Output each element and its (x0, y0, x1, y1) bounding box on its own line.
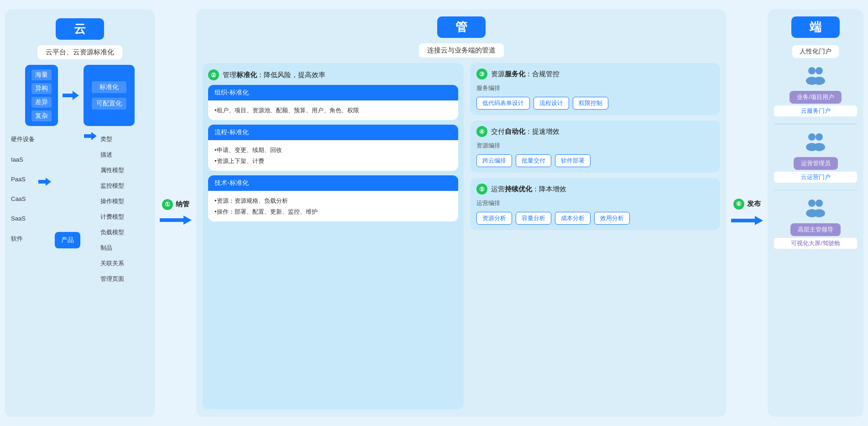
model-mgmt: 管理页面 (100, 275, 124, 283)
main-container: 云 云平台、云资源标准化 海量 异构 差异 复杂 标准化 可配置化 硬件设备 I… (0, 0, 868, 426)
naguan-arrow-svg (160, 215, 192, 226)
manage-left-header: ② 管理标准化：降低风险，提高效率 (208, 69, 458, 80)
end-title: 端 (791, 16, 840, 38)
ops-num: ⑤ (476, 184, 487, 195)
model-desc: 描述 (100, 151, 124, 159)
model-monitor: 监控模型 (100, 182, 124, 190)
cloud-tag-standardize: 标准化 (92, 81, 126, 93)
delivery-sub-label: 资源编排 (476, 142, 714, 150)
model-rel: 关联关系 (100, 259, 124, 268)
resource-num: ③ (476, 68, 487, 79)
user-card-ops: 运营管理员 云运营门户 (774, 131, 857, 183)
divider-2 (774, 190, 857, 190)
naguan-num: ① (162, 199, 173, 210)
delivery-auto-card: ④ 交付自动化：提速增效 资源编排 跨云编排 批量交付 软件部署 (470, 121, 720, 173)
cloud-section: 云 云平台、云资源标准化 海量 异构 差异 复杂 标准化 可配置化 硬件设备 I… (5, 9, 155, 417)
manage-inner: ② 管理标准化：降低风险，提高效率 组织-标准化 •租户、项目、资源池、配额、预… (203, 63, 720, 410)
ops-header: ⑤ 运营持续优化：降本增效 (476, 184, 714, 195)
org-card-header: 组织-标准化 (208, 85, 458, 100)
cloud-right-box: 标准化 可配置化 (84, 65, 135, 126)
svg-marker-3 (160, 216, 192, 225)
tag-batch: 批量交付 (516, 154, 551, 167)
svg-point-13 (808, 200, 816, 207)
hw-item-software: 软件 (11, 235, 35, 243)
cloud-left-box: 海量 异构 差异 复杂 (25, 65, 58, 126)
cloud-bottom: 硬件设备 IaaS PaaS CaaS SaaS 软件 产品 类型 描述 属性模… (11, 131, 149, 283)
resource-service-card: ③ 资源服务化：合规管控 服务编排 低代码表单设计 流程设计 权限控制 (470, 63, 720, 115)
flow-card-header: 流程-标准化 (208, 125, 458, 140)
org-card-body: •租户、项目、资源池、配额、预算、用户、角色、权限 (208, 100, 458, 120)
product-box: 产品 (55, 232, 80, 248)
naguan-label: ① 纳管 (162, 199, 189, 210)
manage-subtitle: 连接云与业务端的管道 (419, 43, 504, 58)
tag-flow: 流程设计 (533, 97, 569, 110)
cloud-arrow (63, 65, 79, 126)
model-product: 制品 (100, 244, 124, 252)
hw-item-iaas: IaaS (11, 156, 35, 163)
model-attr: 属性模型 (100, 166, 124, 174)
svg-marker-2 (84, 132, 97, 140)
tag-perm: 权限控制 (573, 97, 608, 110)
tag-deploy: 软件部署 (555, 154, 591, 167)
ops-optimize-card: ⑤ 运营持续优化：降本增效 运营编排 资源分析 容量分析 成本分析 效用分析 (470, 178, 720, 230)
arrow-publish: ⑥ 发布 (731, 199, 763, 228)
user-card-business: 业务/项目用户 云服务门户 (774, 65, 857, 116)
svg-point-8 (813, 77, 825, 85)
cloud-title: 云 (56, 18, 104, 40)
manage-right: ③ 资源服务化：合规管控 服务编排 低代码表单设计 流程设计 权限控制 ④ 交付… (470, 63, 720, 410)
leader-user-label: 高层主管领导 (790, 223, 841, 236)
tech-card-header: 技术-标准化 (208, 175, 458, 191)
svg-point-6 (816, 67, 823, 74)
ops-sub-label: 运营编排 (476, 199, 714, 207)
manage-left-title: 管理标准化：降低风险，提高效率 (223, 71, 325, 79)
end-section: 端 人性化门户 业务/项目用户 云服务门户 (768, 9, 863, 417)
publish-num: ⑥ (733, 199, 744, 210)
cloud-tag-fuza: 复杂 (31, 110, 52, 121)
hardware-list: 硬件设备 IaaS PaaS CaaS SaaS 软件 (11, 131, 35, 243)
svg-point-16 (813, 209, 825, 217)
user-card-leader: 高层主管领导 可视化大屏/驾驶舱 (774, 198, 857, 249)
ops-title: 运营持续优化：降本增效 (491, 185, 566, 194)
cloud-tag-haoliang: 海量 (31, 69, 52, 80)
model-list: 类型 描述 属性模型 监控模型 操作模型 计费模型 负载模型 制品 关联关系 管… (100, 131, 124, 283)
svg-point-9 (808, 133, 816, 141)
manage-left-num: ② (208, 69, 219, 80)
publish-text: 发布 (747, 200, 761, 208)
service-sub-label: 服务编排 (476, 84, 714, 92)
manage-section: 管 连接云与业务端的管道 ② 管理标准化：降低风险，提高效率 组织-标准化 •租… (196, 9, 727, 417)
business-user-label: 业务/项目用户 (790, 91, 842, 104)
publish-label: ⑥ 发布 (733, 199, 761, 210)
cloud-subtitle: 云平台、云资源标准化 (37, 45, 122, 59)
leader-user-icon (805, 198, 826, 221)
model-fee: 计费模型 (100, 213, 124, 221)
org-card: 组织-标准化 •租户、项目、资源池、配额、预算、用户、角色、权限 (208, 85, 458, 120)
end-subtitle: 人性化门户 (792, 45, 839, 58)
tech-card-body: •资源：资源规格、负载分析•操作：部署、配置、更新、监控、维护 (208, 191, 458, 221)
delivery-header: ④ 交付自动化：提速增效 (476, 126, 714, 137)
cloud-top-boxes: 海量 异构 差异 复杂 标准化 可配置化 (11, 65, 149, 126)
business-user-icon (805, 65, 826, 89)
model-type: 类型 (100, 135, 124, 143)
tag-capacity: 容量分析 (516, 212, 551, 225)
cloud-tag-chayi: 差异 (31, 97, 52, 108)
resource-title: 资源服务化：合规管控 (491, 70, 559, 79)
tag-crosscloud: 跨云编排 (476, 154, 512, 167)
flow-card-body: •申请、变更、续期、回收•资源上下架、计费 (208, 140, 458, 171)
tag-efficiency: 效用分析 (594, 212, 630, 225)
resource-service-header: ③ 资源服务化：合规管控 (476, 68, 714, 79)
hw-to-product-arrow (38, 177, 51, 186)
hw-item-hardware: 硬件设备 (11, 135, 35, 143)
product-to-model-arrow (84, 131, 97, 141)
manage-title: 管 (437, 16, 486, 38)
svg-marker-0 (63, 91, 79, 100)
divider-1 (774, 124, 857, 124)
svg-point-12 (813, 143, 825, 151)
svg-point-14 (816, 200, 823, 207)
hw-item-saas: SaaS (11, 215, 35, 222)
svg-point-5 (808, 67, 816, 74)
svg-marker-1 (38, 178, 51, 186)
tag-res-analysis: 资源分析 (476, 212, 512, 225)
cloud-tag-configurable: 可配置化 (92, 98, 126, 110)
manage-left: ② 管理标准化：降低风险，提高效率 组织-标准化 •租户、项目、资源池、配额、预… (203, 63, 464, 410)
tag-lowcode: 低代码表单设计 (476, 97, 530, 110)
